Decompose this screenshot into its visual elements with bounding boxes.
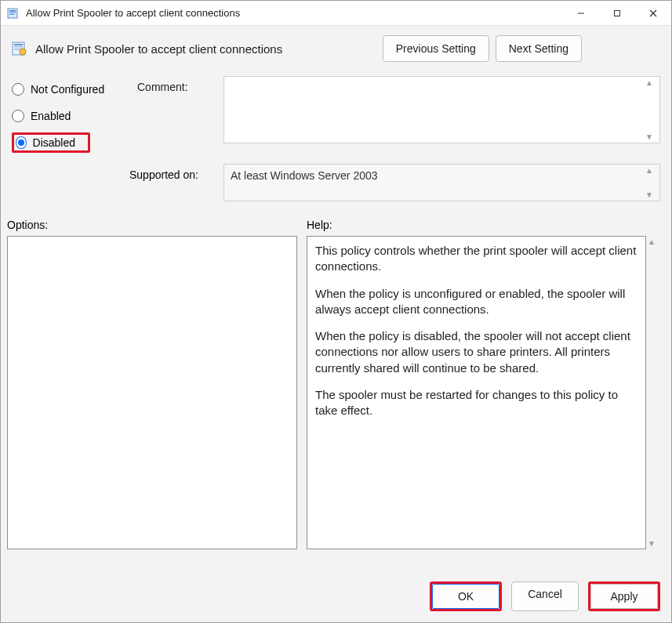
comment-scroll[interactable]: ▲ ▼ — [645, 78, 658, 141]
apply-highlight: Apply — [588, 581, 660, 611]
config-area: Not Configured Enabled Disabled Comment: — [1, 68, 671, 159]
header-row: Allow Print Spooler to accept client con… — [1, 26, 671, 68]
radio-label: Not Configured — [31, 83, 104, 96]
previous-setting-button[interactable]: Previous Setting — [383, 35, 489, 62]
svg-rect-3 — [9, 14, 14, 15]
svg-rect-2 — [9, 13, 16, 13]
svg-rect-1 — [9, 10, 16, 12]
arrow-up-icon: ▲ — [645, 78, 658, 87]
help-panel[interactable]: This policy controls whether the print s… — [307, 236, 646, 549]
radio-label: Disabled — [33, 136, 75, 149]
svg-rect-9 — [14, 44, 23, 45]
radio-disabled-row: Disabled — [12, 129, 129, 156]
help-paragraph: When the policy is unconfigured or enabl… — [315, 286, 637, 318]
minimize-button[interactable] — [563, 1, 599, 26]
radio-circle-selected-icon — [16, 136, 27, 149]
mid-labels: Options: Help: — [1, 208, 671, 236]
help-panel-wrap: This policy controls whether the print s… — [307, 236, 660, 569]
policy-title: Allow Print Spooler to accept client con… — [35, 42, 383, 56]
state-radio-group: Not Configured Enabled Disabled — [12, 76, 129, 156]
supported-on-value: At least Windows Server 2003 — [231, 169, 378, 182]
policy-icon — [12, 41, 27, 56]
radio-disabled[interactable]: Disabled — [12, 132, 90, 153]
radio-circle-icon — [12, 110, 24, 122]
ok-button[interactable]: OK — [432, 584, 499, 609]
help-paragraph: This policy controls whether the print s… — [315, 243, 637, 275]
maximize-button[interactable] — [599, 1, 635, 26]
policy-dialog-window: Allow Print Spooler to accept client con… — [0, 0, 672, 623]
help-paragraph: The spooler must be restarted for change… — [315, 387, 637, 419]
radio-not-configured[interactable]: Not Configured — [12, 76, 129, 103]
arrow-down-icon: ▼ — [648, 539, 660, 548]
supported-on-label: Supported on: — [12, 164, 216, 181]
comment-textarea[interactable]: ▲ ▼ — [223, 76, 660, 143]
next-setting-button[interactable]: Next Setting — [496, 35, 582, 62]
radio-dot-icon — [18, 139, 24, 146]
titlebar: Allow Print Spooler to accept client con… — [1, 1, 671, 26]
supported-row: Supported on: At least Windows Server 20… — [1, 164, 671, 208]
panels: This policy controls whether the print s… — [1, 236, 671, 574]
svg-point-12 — [20, 49, 26, 55]
window-controls — [563, 1, 671, 26]
radio-circle-icon — [12, 83, 24, 96]
comment-label: Comment: — [137, 76, 216, 156]
footer-buttons: OK Cancel Apply — [1, 574, 671, 622]
svg-rect-5 — [615, 10, 620, 16]
arrow-up-icon: ▲ — [645, 166, 658, 175]
svg-rect-11 — [14, 49, 20, 50]
svg-rect-10 — [14, 46, 23, 48]
options-panel — [7, 236, 297, 549]
arrow-up-icon: ▲ — [648, 237, 660, 246]
policy-file-icon — [7, 7, 20, 20]
radio-label: Enabled — [31, 110, 71, 122]
window-title: Allow Print Spooler to accept client con… — [26, 7, 563, 19]
options-label: Options: — [7, 219, 307, 231]
help-scrollbar[interactable]: ▲ ▼ — [648, 236, 660, 549]
help-label: Help: — [307, 219, 332, 231]
close-button[interactable] — [635, 1, 671, 26]
arrow-down-icon: ▼ — [645, 190, 658, 199]
supported-on-field: At least Windows Server 2003 ▲ ▼ — [223, 164, 660, 201]
cancel-button[interactable]: Cancel — [511, 581, 579, 611]
supported-field-col: At least Windows Server 2003 ▲ ▼ — [223, 164, 660, 201]
ok-highlight: OK — [430, 581, 502, 611]
nav-buttons: Previous Setting Next Setting — [383, 35, 582, 62]
help-paragraph: When the policy is disabled, the spooler… — [315, 328, 637, 376]
comment-field-col: ▲ ▼ — [223, 76, 660, 156]
arrow-down-icon: ▼ — [645, 132, 658, 141]
supported-scroll[interactable]: ▲ ▼ — [645, 166, 658, 199]
apply-button[interactable]: Apply — [590, 584, 658, 609]
radio-enabled[interactable]: Enabled — [12, 103, 129, 129]
